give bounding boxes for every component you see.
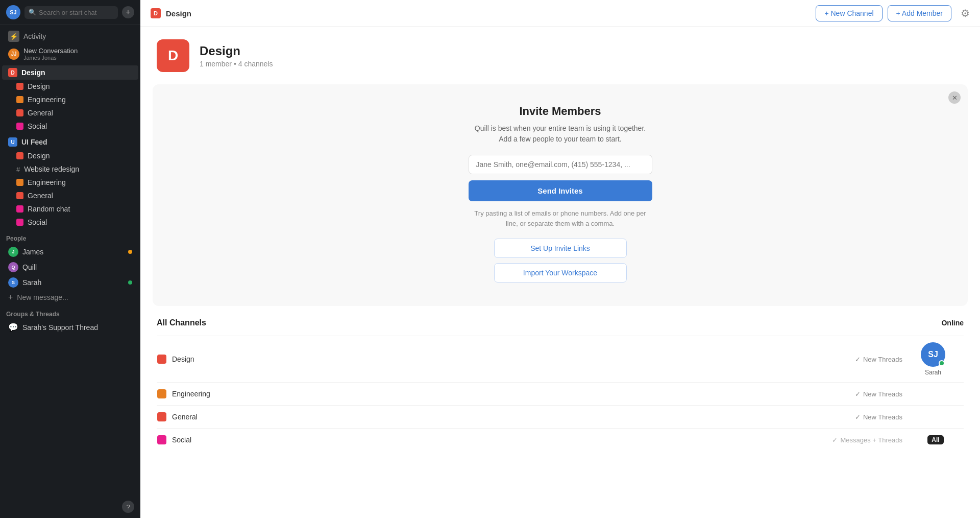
channel-social-icon-1 xyxy=(16,123,23,130)
new-conversation-sub: James Jonas xyxy=(23,55,78,61)
workspace-uifeed-icon: U xyxy=(8,137,17,147)
import-workspace-button[interactable]: Import Your Workspace xyxy=(494,263,627,282)
online-dot-sj xyxy=(939,360,945,366)
settings-icon[interactable]: ⚙ xyxy=(961,7,970,19)
sidebar-item-person-sarah[interactable]: S Sarah xyxy=(2,275,138,290)
channel-random-icon xyxy=(16,205,23,213)
sidebar-item-channel-general-2[interactable]: General xyxy=(2,189,138,202)
channel-social-icon-2 xyxy=(16,219,23,226)
search-icon: 🔍 xyxy=(29,9,36,16)
sidebar-item-channel-engineering-2[interactable]: Engineering xyxy=(2,176,138,189)
channel-design-icon-2 xyxy=(16,152,23,159)
sidebar-item-channel-social-2[interactable]: Social xyxy=(2,216,138,229)
sidebar-item-new-conversation[interactable]: JJ New Conversation James Jonas xyxy=(2,44,138,63)
sidebar-item-thread-sarah[interactable]: 💬 Sarah's Support Thread xyxy=(2,320,138,335)
sidebar-item-channel-social-1[interactable]: Social xyxy=(2,120,138,133)
channel-general-icon-1 xyxy=(16,109,23,116)
all-channels-section: All Channels Online Design ✓ New Threads xyxy=(140,318,980,467)
all-badge: All xyxy=(927,435,943,444)
new-channel-button[interactable]: + New Channel xyxy=(816,5,882,21)
sidebar-header: SJ 🔍 + xyxy=(0,0,140,25)
people-section-label: People xyxy=(0,229,140,244)
workspace-design-label: Design xyxy=(21,68,45,77)
online-user-avatar-sj: SJ xyxy=(921,342,945,367)
channel-engineering-row-name: Engineering xyxy=(172,390,210,398)
person-james-avatar: J xyxy=(8,247,18,257)
workspace-name: Design xyxy=(200,44,273,58)
workspace-meta: 1 member • 4 channels xyxy=(200,60,273,68)
new-conversation-label: New Conversation xyxy=(23,47,78,55)
new-message-label: New message... xyxy=(17,293,68,301)
channel-engineering-icon xyxy=(16,96,23,103)
channel-engineering-row-icon xyxy=(157,389,167,399)
channel-row-general: General ✓ New Threads xyxy=(157,405,964,428)
sidebar-item-activity[interactable]: ⚡ Activity xyxy=(2,28,138,44)
help-button[interactable]: ? xyxy=(122,501,134,513)
sidebar-item-channel-general-1[interactable]: General xyxy=(2,106,138,120)
workspace-info: Design 1 member • 4 channels xyxy=(200,44,273,68)
sidebar-item-channel-engineering-1[interactable]: Engineering xyxy=(2,93,138,106)
channel-social-row-name: Social xyxy=(172,436,191,444)
topbar-workspace-icon: D xyxy=(151,8,161,18)
activity-label: Activity xyxy=(23,32,46,40)
search-input[interactable] xyxy=(24,6,118,19)
add-conversation-button[interactable]: + xyxy=(122,6,134,18)
invite-title: Invite Members xyxy=(519,105,601,118)
person-sarah-avatar: S xyxy=(8,277,18,288)
add-member-button[interactable]: + Add Member xyxy=(888,5,951,21)
channel-design-icon xyxy=(16,83,23,90)
invite-subtitle: Quill is best when your entire team is u… xyxy=(474,123,647,145)
invite-input[interactable] xyxy=(469,155,652,174)
sidebar-item-person-quill[interactable]: Q Quill xyxy=(2,260,138,275)
james-status-indicator xyxy=(128,250,132,254)
sidebar: SJ 🔍 + ⚡ Activity JJ New Conversation Ja… xyxy=(0,0,140,518)
invite-panel: ✕ Invite Members Quill is best when your… xyxy=(153,84,968,306)
channel-general-icon-2 xyxy=(16,192,23,199)
sidebar-item-workspace-design[interactable]: D Design xyxy=(2,65,138,80)
channels-section-title: All Channels xyxy=(157,318,206,327)
activity-icon: ⚡ xyxy=(8,31,19,42)
channel-design-row-name: Design xyxy=(172,355,194,363)
user-avatar: SJ xyxy=(6,5,20,19)
groups-threads-label: Groups & Threads xyxy=(0,304,140,320)
setup-invite-links-button[interactable]: Set Up Invite Links xyxy=(494,239,627,258)
thread-icon: 💬 xyxy=(8,322,18,332)
channel-design-row-icon xyxy=(157,354,167,364)
content-area: D Design 1 member • 4 channels ✕ Invite … xyxy=(140,27,980,518)
channel-social-row-icon xyxy=(157,435,167,445)
invite-close-button[interactable]: ✕ xyxy=(948,91,961,104)
topbar-workspace-name: Design xyxy=(166,9,191,18)
sarah-status-indicator xyxy=(128,280,132,285)
sidebar-item-new-message[interactable]: + New message... xyxy=(2,290,138,304)
plus-icon: + xyxy=(8,293,13,302)
send-invites-button[interactable]: Send Invites xyxy=(469,180,652,201)
channel-general-action[interactable]: ✓ New Threads xyxy=(855,413,902,421)
channel-engineering-action[interactable]: ✓ New Threads xyxy=(855,390,902,398)
search-wrapper: 🔍 xyxy=(24,6,118,19)
topbar: D Design + New Channel + Add Member ⚙ xyxy=(140,0,980,27)
channel-row-design: Design ✓ New Threads SJ Sarah xyxy=(157,336,964,382)
channel-social-action[interactable]: ✓ Messages + Threads xyxy=(832,436,902,444)
channels-section-header: All Channels Online xyxy=(157,318,964,327)
workspace-uifeed-label: UI Feed xyxy=(21,138,47,146)
sidebar-item-person-james[interactable]: J James xyxy=(2,244,138,260)
channel-engineering-icon-2 xyxy=(16,179,23,186)
sidebar-item-channel-design-1[interactable]: Design xyxy=(2,80,138,93)
channel-row-engineering: Engineering ✓ New Threads xyxy=(157,382,964,405)
sidebar-footer: ? xyxy=(0,496,140,518)
person-quill-avatar: Q xyxy=(8,262,18,272)
invite-hint: Try pasting a list of emails or phone nu… xyxy=(474,208,647,228)
channel-design-action[interactable]: ✓ New Threads xyxy=(855,356,902,363)
sidebar-item-channel-random-chat[interactable]: Random chat xyxy=(2,202,138,216)
new-conversation-avatar: JJ xyxy=(8,49,19,60)
online-user-label-sarah: Sarah xyxy=(925,369,941,376)
channel-general-row-name: General xyxy=(172,413,198,421)
main-content: D Design + New Channel + Add Member ⚙ D … xyxy=(140,0,980,518)
sidebar-item-channel-design-2[interactable]: Design xyxy=(2,149,138,162)
online-header: Online xyxy=(941,319,964,327)
sidebar-item-channel-website-redesign[interactable]: # Website redesign xyxy=(2,162,138,176)
sidebar-item-workspace-uifeed[interactable]: U UI Feed xyxy=(2,135,138,149)
channel-row-social: Social ✓ Messages + Threads All xyxy=(157,428,964,451)
workspace-design-icon: D xyxy=(8,68,17,77)
channel-general-row-icon xyxy=(157,412,167,422)
